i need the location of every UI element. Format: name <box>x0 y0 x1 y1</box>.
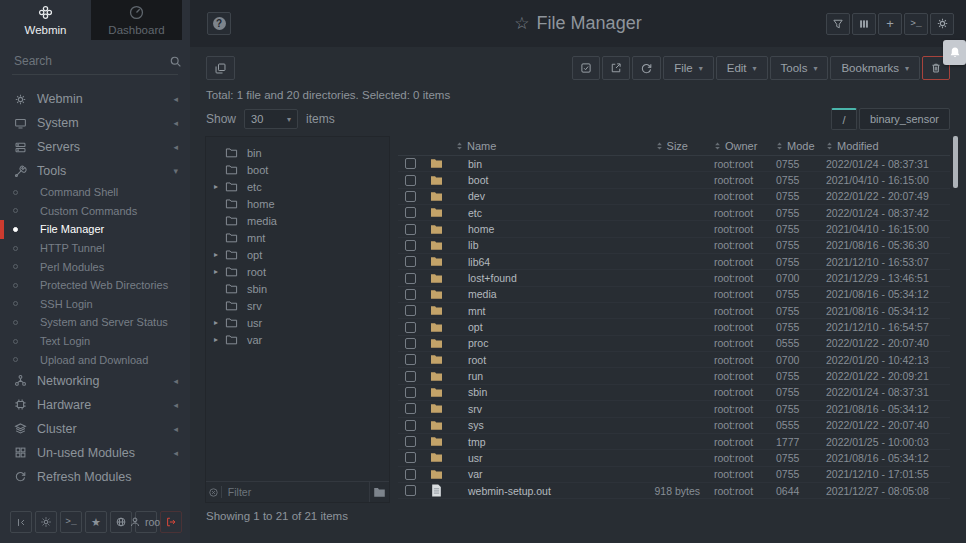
tree-node-root[interactable]: ▸root <box>206 263 389 280</box>
tree-node-home[interactable]: home <box>206 195 389 212</box>
table-row-lib[interactable]: libroot:root07552021/08/16 - 05:36:30 <box>398 238 950 254</box>
table-row-dev[interactable]: devroot:root07552022/01/22 - 20:07:49 <box>398 189 950 205</box>
row-checkbox[interactable] <box>405 191 416 202</box>
menu-edit[interactable]: Edit▾ <box>716 56 768 80</box>
row-checkbox[interactable] <box>405 420 416 431</box>
sidebar-item-servers[interactable]: Servers◂ <box>0 135 190 159</box>
row-checkbox[interactable] <box>405 175 416 186</box>
sidebar-item-http-tunnel[interactable]: HTTP Tunnel <box>0 239 190 258</box>
terminal-button[interactable]: >_ <box>904 13 928 35</box>
table-row-etc[interactable]: etcroot:root07552022/01/24 - 08:37:42 <box>398 205 950 221</box>
sidebar-item-protected-web-directories[interactable]: Protected Web Directories <box>0 276 190 295</box>
row-checkbox[interactable] <box>405 240 416 251</box>
row-checkbox[interactable] <box>405 485 416 496</box>
tree-folder-button[interactable] <box>369 482 389 502</box>
logout-button[interactable] <box>160 511 182 533</box>
row-checkbox[interactable] <box>405 256 416 267</box>
sidebar-item-webmin[interactable]: Webmin◂ <box>0 87 190 111</box>
columns-button[interactable] <box>852 13 876 35</box>
gear-button[interactable] <box>930 13 954 35</box>
sidebar-item-perl-modules[interactable]: Perl Modules <box>0 257 190 276</box>
menu-tools[interactable]: Tools▾ <box>770 56 829 80</box>
table-row-mnt[interactable]: mntroot:root07552021/08/16 - 05:34:12 <box>398 303 950 319</box>
table-row-opt[interactable]: optroot:root07552021/12/10 - 16:54:57 <box>398 319 950 335</box>
breadcrumb-current[interactable]: binary_sensor <box>859 108 950 130</box>
help-button[interactable]: ? <box>207 12 231 35</box>
column-header-owner[interactable]: Owner <box>714 140 776 152</box>
row-checkbox[interactable] <box>405 158 416 169</box>
sidebar-item-file-manager[interactable]: File Manager <box>0 220 190 239</box>
table-row-run[interactable]: runroot:root07552022/01/22 - 20:09:21 <box>398 368 950 384</box>
row-checkbox[interactable] <box>405 371 416 382</box>
expand-arrow-icon[interactable]: ▸ <box>214 267 225 276</box>
sidebar-item-refresh-modules[interactable]: Refresh Modules <box>0 465 190 489</box>
sun-button[interactable] <box>35 511 57 533</box>
menu-file[interactable]: File▾ <box>663 56 714 80</box>
row-checkbox[interactable] <box>405 224 416 235</box>
check-square-button[interactable] <box>572 56 600 80</box>
table-row-srv[interactable]: srvroot:root07552021/08/16 - 05:34:12 <box>398 401 950 417</box>
row-checkbox[interactable] <box>405 207 416 218</box>
sidebar-item-un-used-modules[interactable]: Un-used Modules◂ <box>0 441 190 465</box>
collapse-button[interactable] <box>10 511 32 533</box>
terminal-button[interactable]: >_ <box>60 511 82 533</box>
tab-webmin[interactable]: Webmin <box>0 0 91 40</box>
column-header-mode[interactable]: Mode <box>776 140 826 152</box>
tab-dashboard[interactable]: Dashboard <box>91 0 182 40</box>
row-checkbox[interactable] <box>405 452 416 463</box>
table-row-webmin-setup-out[interactable]: webmin-setup.out918 bytesroot:root064420… <box>398 483 950 499</box>
table-row-var[interactable]: varroot:root07552021/12/10 - 17:01:55 <box>398 467 950 483</box>
row-checkbox[interactable] <box>405 338 416 349</box>
table-row-lost-found[interactable]: lost+foundroot:root07002021/12/29 - 13:4… <box>398 270 950 286</box>
clone-tab-button[interactable] <box>206 56 235 80</box>
table-row-media[interactable]: mediaroot:root07552021/08/16 - 05:34:12 <box>398 287 950 303</box>
expand-arrow-icon[interactable]: ▸ <box>214 250 225 259</box>
sidebar-item-text-login[interactable]: Text Login <box>0 332 190 351</box>
refresh-button[interactable] <box>632 56 661 80</box>
row-checkbox[interactable] <box>405 469 416 480</box>
table-row-proc[interactable]: procroot:root05552022/01/22 - 20:07:40 <box>398 336 950 352</box>
sidebar-item-hardware[interactable]: Hardware◂ <box>0 393 190 417</box>
tree-node-var[interactable]: ▸var <box>206 331 389 348</box>
table-row-lib64[interactable]: lib64root:root07552021/12/10 - 16:53:07 <box>398 254 950 270</box>
row-checkbox[interactable] <box>405 305 416 316</box>
tree-filter-input[interactable] <box>222 486 369 498</box>
sidebar-item-networking[interactable]: Networking◂ <box>0 369 190 393</box>
tree-node-usr[interactable]: ▸usr <box>206 314 389 331</box>
sidebar-item-system[interactable]: System◂ <box>0 111 190 135</box>
tree-node-media[interactable]: media <box>206 212 389 229</box>
row-checkbox[interactable] <box>405 322 416 333</box>
table-row-usr[interactable]: usrroot:root07552021/08/16 - 05:34:12 <box>398 450 950 466</box>
sidebar-item-system-and-server-status[interactable]: System and Server Status <box>0 313 190 332</box>
row-checkbox[interactable] <box>405 387 416 398</box>
scrollbar-thumb[interactable] <box>953 136 958 188</box>
table-row-tmp[interactable]: tmproot:root17772022/01/25 - 10:00:03 <box>398 434 950 450</box>
tree-node-mnt[interactable]: mnt <box>206 229 389 246</box>
page-size-select[interactable]: 30▾ <box>244 109 298 129</box>
column-header-modified[interactable]: Modified <box>826 140 950 152</box>
sidebar-item-ssh-login[interactable]: SSH Login <box>0 295 190 314</box>
table-row-sys[interactable]: sysroot:root05552022/01/22 - 20:07:40 <box>398 418 950 434</box>
menu-bookmarks[interactable]: Bookmarks▾ <box>830 56 920 80</box>
star-button[interactable]: ★ <box>85 511 107 533</box>
table-row-sbin[interactable]: sbinroot:root07552022/01/24 - 08:37:31 <box>398 385 950 401</box>
plus-button[interactable]: + <box>878 13 902 35</box>
tree-node-sbin[interactable]: sbin <box>206 280 389 297</box>
sidebar-item-cluster[interactable]: Cluster◂ <box>0 417 190 441</box>
row-checkbox[interactable] <box>405 354 416 365</box>
breadcrumb-root[interactable]: / <box>831 108 857 130</box>
table-row-root[interactable]: rootroot:root07002022/01/20 - 10:42:13 <box>398 352 950 368</box>
notification-bell[interactable] <box>943 40 966 65</box>
expand-arrow-icon[interactable]: ▸ <box>214 318 225 327</box>
column-header-size[interactable]: Size <box>624 140 714 152</box>
table-row-boot[interactable]: bootroot:root07552021/04/10 - 16:15:00 <box>398 172 950 188</box>
tree-node-opt[interactable]: ▸opt <box>206 246 389 263</box>
sidebar-item-upload-and-download[interactable]: Upload and Download <box>0 350 190 369</box>
clear-filter-icon[interactable] <box>206 487 221 498</box>
sidebar-item-command-shell[interactable]: Command Shell <box>0 183 190 202</box>
filter-button[interactable] <box>826 13 850 35</box>
tree-node-bin[interactable]: bin <box>206 144 389 161</box>
row-checkbox[interactable] <box>405 273 416 284</box>
share-button[interactable] <box>602 56 630 80</box>
search-input[interactable] <box>14 54 169 68</box>
